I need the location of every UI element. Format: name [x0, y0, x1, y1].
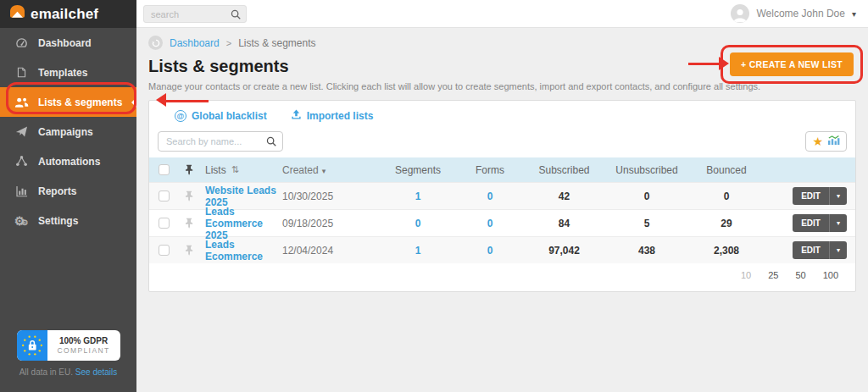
sidebar-item-label: Dashboard — [38, 37, 92, 49]
file-icon — [14, 66, 29, 79]
global-blacklist-link[interactable]: @ Global blacklist — [175, 110, 267, 122]
created-cell: 09/18/2025 — [282, 218, 380, 229]
select-all-checkbox[interactable] — [159, 164, 170, 175]
header-forms: Forms — [456, 164, 524, 176]
header-segments: Segments — [380, 164, 456, 176]
sidebar-nav: Dashboard Templates Lists & segments Cam… — [0, 28, 136, 235]
chevron-down-icon: ▾ — [322, 167, 326, 175]
header-unsubscribed: Unsubscribed — [604, 164, 689, 176]
search-icon[interactable] — [230, 8, 242, 24]
edit-dropdown-button[interactable]: ▾ — [829, 187, 847, 205]
sidebar-item-campaigns[interactable]: Campaigns — [0, 117, 136, 146]
sidebar-item-label: Campaigns — [38, 126, 93, 138]
gdpr-footer: All data in EU. See details — [0, 367, 136, 377]
blacklist-icon: @ — [175, 110, 186, 122]
bar-chart-icon — [14, 185, 29, 197]
logo-bar: emailchef — [0, 0, 136, 28]
list-name-link[interactable]: Website Leads 2025 — [205, 185, 282, 208]
pin-icon[interactable] — [178, 218, 200, 229]
sidebar-item-label: Templates — [38, 67, 87, 79]
sidebar-item-settings[interactable]: ⚙⚙ Settings — [0, 206, 136, 235]
star-icon: ★ — [812, 135, 823, 147]
sidebar-item-lists-segments[interactable]: Lists & segments — [0, 87, 136, 117]
header-lists[interactable]: Lists — [205, 164, 226, 176]
row-checkbox[interactable] — [159, 218, 170, 229]
list-search-input[interactable] — [159, 132, 282, 151]
segments-count-link[interactable]: 1 — [415, 190, 421, 202]
list-name-link[interactable]: Leads Ecommerce 2025 — [205, 206, 282, 241]
brand-name: emailchef — [31, 6, 98, 23]
gdpr-line2: COMPLIANT — [57, 346, 109, 355]
paper-plane-icon — [14, 125, 29, 138]
segments-count-link[interactable]: 0 — [415, 218, 421, 229]
page-size-25[interactable]: 25 — [768, 270, 778, 280]
edit-dropdown-button[interactable]: ▾ — [829, 241, 847, 259]
sidebar-item-label: Lists & segments — [38, 97, 122, 108]
see-details-link[interactable]: See details — [75, 367, 117, 377]
annotation-arrow-sidebar — [159, 100, 209, 102]
page-size-100[interactable]: 100 — [823, 270, 838, 280]
topbar: Welcome John Doe ▾ — [136, 0, 868, 28]
user-menu[interactable]: Welcome John Doe ▾ — [731, 4, 868, 23]
forms-count-link[interactable]: 0 — [487, 190, 493, 202]
edit-dropdown-button[interactable]: ▾ — [829, 214, 847, 232]
page-size-50[interactable]: 50 — [795, 270, 805, 280]
header-created[interactable]: Created — [282, 164, 319, 176]
sort-icon[interactable]: ⇅ — [231, 164, 239, 175]
list-name-link[interactable]: Leads Ecommerce — [205, 239, 282, 262]
forms-count-link[interactable]: 0 — [487, 218, 493, 229]
breadcrumb-current: Lists & segments — [238, 37, 315, 49]
users-icon — [14, 97, 29, 108]
panel-toolbar: ★ — [149, 130, 855, 157]
sidebar-item-automations[interactable]: Automations — [0, 146, 136, 176]
gears-icon: ⚙⚙ — [14, 214, 29, 227]
avatar — [731, 4, 749, 23]
header-subscribed: Subscribed — [524, 164, 604, 176]
gauge-icon — [14, 36, 29, 49]
gdpr-badge: 100% GDPR COMPLIANT — [17, 330, 120, 361]
lists-panel: @ Global blacklist Imported lists ★ — [148, 100, 856, 292]
edit-button[interactable]: EDIT — [793, 241, 829, 259]
mini-chart-icon — [827, 135, 840, 148]
chevron-down-icon: ▾ — [852, 9, 856, 19]
imported-lists-link[interactable]: Imported lists — [291, 109, 374, 123]
bounced-cell: 29 — [689, 218, 764, 229]
forms-count-link[interactable]: 0 — [487, 245, 493, 257]
main-content: Dashboard > Lists & segments Lists & seg… — [136, 29, 868, 392]
global-search — [143, 5, 247, 23]
table-row: Leads Ecommerce 12/04/2024 1 0 97,042 43… — [149, 236, 855, 263]
row-checkbox[interactable] — [159, 190, 170, 202]
subscribed-cell: 84 — [524, 218, 604, 229]
segments-count-link[interactable]: 1 — [415, 245, 421, 257]
eu-lock-icon — [17, 330, 47, 361]
annotation-box-create: + CREATE A NEW LIST — [721, 45, 863, 84]
gdpr-line1: 100% GDPR — [59, 336, 108, 345]
unsubscribed-cell: 5 — [604, 218, 689, 229]
pin-icon[interactable] — [178, 245, 200, 256]
panel-links: @ Global blacklist Imported lists — [149, 101, 855, 130]
page-size-10[interactable]: 10 — [741, 270, 751, 280]
row-checkbox[interactable] — [159, 245, 170, 256]
favorites-stats-button[interactable]: ★ — [805, 131, 847, 152]
unsubscribed-cell: 0 — [604, 190, 689, 202]
upload-icon — [291, 109, 302, 123]
create-new-list-button[interactable]: + CREATE A NEW LIST — [730, 52, 854, 76]
page-size-selector: 10 25 50 100 — [149, 263, 855, 280]
bounced-cell: 2,308 — [689, 245, 764, 257]
emailchef-logo-icon — [8, 4, 26, 25]
search-icon[interactable] — [265, 135, 277, 151]
created-cell: 10/30/2025 — [282, 190, 380, 202]
table-row: Leads Ecommerce 2025 09/18/2025 0 0 84 5… — [149, 209, 855, 236]
edit-button[interactable]: EDIT — [793, 187, 829, 205]
sidebar-item-label: Reports — [38, 185, 76, 197]
sidebar-item-label: Automations — [38, 156, 100, 168]
bounced-cell: 0 — [689, 190, 764, 202]
sidebar-item-dashboard[interactable]: Dashboard — [0, 28, 136, 58]
edit-button[interactable]: EDIT — [793, 214, 829, 232]
sidebar-item-reports[interactable]: Reports — [0, 176, 136, 206]
subscribed-cell: 97,042 — [524, 245, 604, 257]
sidebar-item-templates[interactable]: Templates — [0, 58, 136, 87]
pin-icon[interactable] — [178, 190, 200, 202]
breadcrumb-dashboard-link[interactable]: Dashboard — [170, 37, 220, 49]
created-cell: 12/04/2024 — [282, 245, 380, 257]
